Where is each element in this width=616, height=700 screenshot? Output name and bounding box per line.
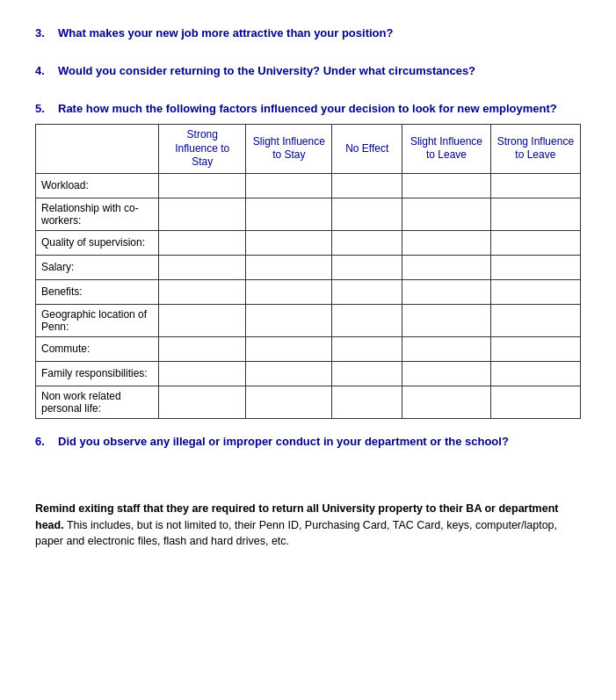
row-label-0: Workload: <box>36 173 159 198</box>
question-5-header: 5. Rate how much the following factors i… <box>35 102 581 115</box>
col-header-empty <box>36 125 159 174</box>
question-6: 6. Did you observe any illegal or improp… <box>35 435 581 448</box>
table-row: Geographic location of Penn: <box>36 304 581 336</box>
q3-text: What makes your new job more attractive … <box>58 26 393 40</box>
cell-5-1[interactable] <box>246 304 332 336</box>
col-header-slight-stay: Slight Influence to Stay <box>246 125 332 174</box>
question-5-section: 5. Rate how much the following factors i… <box>35 102 581 419</box>
col-header-strong-leave: Strong Influence to Leave <box>490 125 580 174</box>
table-header-row: Strong Influence to Stay Slight Influenc… <box>36 125 581 174</box>
cell-0-3[interactable] <box>402 173 491 198</box>
table-row: Quality of supervision: <box>36 230 581 255</box>
cell-6-3[interactable] <box>402 336 491 361</box>
cell-8-3[interactable] <box>402 386 491 418</box>
footer-rest: This includes, but is not limited to, th… <box>35 519 557 548</box>
cell-5-2[interactable] <box>332 304 402 336</box>
table-row: Non work related personal life: <box>36 386 581 418</box>
table-row: Family responsibilities: <box>36 361 581 386</box>
cell-4-3[interactable] <box>402 279 491 304</box>
question-3: 3. What makes your new job more attracti… <box>35 26 581 40</box>
q5-text: Rate how much the following factors infl… <box>58 102 557 115</box>
table-row: Salary: <box>36 255 581 279</box>
cell-4-4[interactable] <box>490 279 580 304</box>
q5-number: 5. <box>35 102 53 115</box>
cell-3-3[interactable] <box>402 255 491 279</box>
col-header-strong-stay: Strong Influence to Stay <box>159 125 246 174</box>
col-header-no-effect: No Effect <box>332 125 402 174</box>
cell-3-2[interactable] <box>332 255 402 279</box>
cell-0-0[interactable] <box>159 173 246 198</box>
row-label-4: Benefits: <box>36 279 159 304</box>
cell-0-2[interactable] <box>332 173 402 198</box>
cell-1-1[interactable] <box>246 198 332 230</box>
row-label-3: Salary: <box>36 255 159 279</box>
cell-4-2[interactable] <box>332 279 402 304</box>
cell-8-2[interactable] <box>332 386 402 418</box>
cell-6-0[interactable] <box>159 336 246 361</box>
row-label-8: Non work related personal life: <box>36 386 159 418</box>
cell-4-1[interactable] <box>246 279 332 304</box>
cell-1-2[interactable] <box>332 198 402 230</box>
cell-0-1[interactable] <box>246 173 332 198</box>
table-row: Workload: <box>36 173 581 198</box>
row-label-7: Family responsibilities: <box>36 361 159 386</box>
cell-4-0[interactable] <box>159 279 246 304</box>
cell-5-4[interactable] <box>490 304 580 336</box>
cell-1-4[interactable] <box>490 198 580 230</box>
cell-7-1[interactable] <box>246 361 332 386</box>
cell-3-1[interactable] <box>246 255 332 279</box>
row-label-6: Commute: <box>36 336 159 361</box>
cell-0-4[interactable] <box>490 173 580 198</box>
q6-text: Did you observe any illegal or improper … <box>58 435 509 448</box>
cell-2-0[interactable] <box>159 230 246 255</box>
cell-6-2[interactable] <box>332 336 402 361</box>
col-header-slight-leave: Slight Influence to Leave <box>402 125 491 174</box>
cell-5-3[interactable] <box>402 304 491 336</box>
cell-8-4[interactable] <box>490 386 580 418</box>
cell-2-1[interactable] <box>246 230 332 255</box>
question-4: 4. Would you consider returning to the U… <box>35 64 581 77</box>
cell-8-1[interactable] <box>246 386 332 418</box>
cell-8-0[interactable] <box>159 386 246 418</box>
cell-3-0[interactable] <box>159 255 246 279</box>
cell-2-3[interactable] <box>402 230 491 255</box>
q6-number: 6. <box>35 435 53 448</box>
cell-7-2[interactable] <box>332 361 402 386</box>
q4-number: 4. <box>35 64 53 77</box>
cell-3-4[interactable] <box>490 255 580 279</box>
table-row: Benefits: <box>36 279 581 304</box>
cell-5-0[interactable] <box>159 304 246 336</box>
cell-7-0[interactable] <box>159 361 246 386</box>
cell-1-0[interactable] <box>159 198 246 230</box>
cell-7-4[interactable] <box>490 361 580 386</box>
cell-6-1[interactable] <box>246 336 332 361</box>
cell-1-3[interactable] <box>402 198 491 230</box>
row-label-2: Quality of supervision: <box>36 230 159 255</box>
row-label-1: Relationship with co-workers: <box>36 198 159 230</box>
footer-text: Remind exiting staff that they are requi… <box>35 501 581 550</box>
row-label-5: Geographic location of Penn: <box>36 304 159 336</box>
rating-table: Strong Influence to Stay Slight Influenc… <box>35 124 581 419</box>
table-row: Commute: <box>36 336 581 361</box>
cell-6-4[interactable] <box>490 336 580 361</box>
table-row: Relationship with co-workers: <box>36 198 581 230</box>
q4-text: Would you consider returning to the Univ… <box>58 64 475 77</box>
cell-2-4[interactable] <box>490 230 580 255</box>
cell-2-2[interactable] <box>332 230 402 255</box>
cell-7-3[interactable] <box>402 361 491 386</box>
q3-number: 3. <box>35 26 53 40</box>
